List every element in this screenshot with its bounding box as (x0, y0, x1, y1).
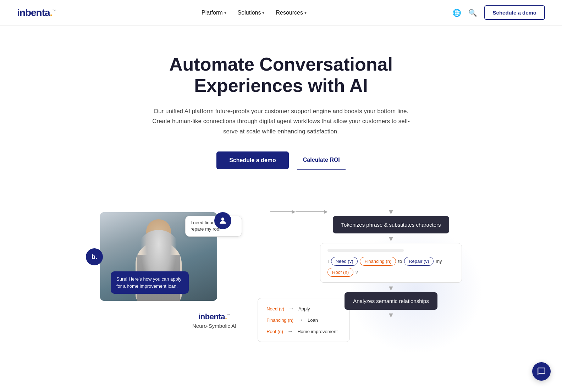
nlp-tag-repair: Repair (v) (404, 257, 434, 266)
nav-solutions[interactable]: Solutions ▾ (238, 10, 265, 16)
nlp-tag-need: Need (v) (331, 257, 358, 266)
nlp-tag-q: ? (356, 270, 358, 275)
nlp-tag-financing: Financing (n) (360, 257, 396, 266)
arrow-down-icon4: ▼ (387, 311, 395, 319)
nlp-tag-i: I (327, 259, 329, 264)
hero-buttons: Schedule a demo Calculate ROI (138, 151, 424, 170)
user-avatar-icon (214, 212, 231, 229)
nlp-tag-my: my (436, 259, 442, 264)
diagram-section: I need financing to repare my roof (86, 198, 476, 382)
hero-section: Automate Conversational Experiences with… (121, 26, 441, 184)
logo-trademark: ™ (52, 9, 56, 13)
chat-bubble-bottom-text: Sure! Here's how you can apply for a hom… (116, 276, 181, 289)
arrow-down-icon2: ▼ (387, 235, 395, 243)
diagram-inner: I need financing to repare my roof (100, 198, 462, 319)
diagram-right: ▶ ▶ ▼ Tokenizes phrase & substitutes cha… (221, 198, 462, 319)
arrow-down-icon3: ▼ (387, 284, 395, 292)
nlp-tags: I Need (v) Financing (n) to Repair (v) m… (327, 257, 454, 277)
tokenize-box-text: Tokenizes phrase & substitutes character… (341, 222, 441, 228)
arrow-line-h2 (296, 211, 324, 212)
nav-platform[interactable]: Platform ▾ (202, 10, 226, 16)
logo[interactable]: inbenta. ™ (17, 7, 56, 18)
arrow-line-h (270, 211, 292, 212)
nlp-box: I Need (v) Financing (n) to Repair (v) m… (320, 243, 462, 283)
logo-text: inbenta. (17, 7, 52, 18)
schedule-demo-button[interactable]: Schedule a demo (216, 151, 289, 169)
hero-subtitle: Our unified AI platform future-proofs yo… (150, 106, 412, 137)
b-avatar: b. (86, 248, 103, 265)
svg-point-0 (221, 218, 225, 221)
search-icon[interactable]: 🔍 (468, 9, 477, 17)
tokenize-box: Tokenizes phrase & substitutes character… (333, 216, 450, 233)
neuro-symbolic-label: Neuro-Symbolic AI (192, 323, 236, 329)
chat-bubble-top: I need financing to repare my roof (185, 216, 242, 236)
chevron-down-icon: ▾ (224, 10, 226, 15)
b-label: b. (92, 253, 97, 261)
mapping-arrow-3: → (287, 328, 293, 335)
nav-right: 🌐 🔍 Schedule a demo (452, 5, 545, 20)
chat-bubble-bottom: Sure! Here's how you can apply for a hom… (111, 271, 189, 294)
mapping-word-3: Roof (n) (266, 329, 283, 334)
chevron-down-icon: ▾ (262, 10, 264, 15)
nav-resources-label: Resources (276, 10, 303, 16)
navbar: inbenta. ™ Platform ▾ Solutions ▾ Resour… (0, 0, 562, 26)
chevron-down-icon: ▾ (304, 10, 307, 15)
mapping-result-3: Home improvement (297, 329, 337, 334)
schedule-demo-button-nav[interactable]: Schedule a demo (484, 5, 545, 20)
nav-resources[interactable]: Resources ▾ (276, 10, 306, 16)
arrow-right-icon: ▶ (292, 209, 296, 214)
arrow-down-icon: ▼ (387, 208, 395, 216)
mapping-row-3: Roof (n) → Home improvement (266, 328, 341, 335)
chat-fab-button[interactable] (532, 362, 551, 381)
hero-title: Automate Conversational Experiences with… (138, 54, 424, 96)
globe-icon[interactable]: 🌐 (452, 9, 461, 17)
nav-solutions-label: Solutions (238, 10, 261, 16)
nlp-tag-to: to (398, 259, 402, 264)
nav-platform-label: Platform (202, 10, 223, 16)
arrow-right-icon2: ▶ (324, 209, 328, 214)
calculate-roi-link[interactable]: Calculate ROI (297, 151, 346, 170)
nlp-box-header (327, 249, 404, 252)
nlp-tag-roof: Roof (n) (327, 268, 353, 277)
analyze-box-text: Analyzes semantic relationships (353, 298, 429, 304)
photo-card: I need financing to repare my roof (100, 219, 221, 304)
nav-links: Platform ▾ Solutions ▾ Resources ▾ (202, 10, 307, 16)
analyze-box: Analyzes semantic relationships (345, 292, 437, 310)
